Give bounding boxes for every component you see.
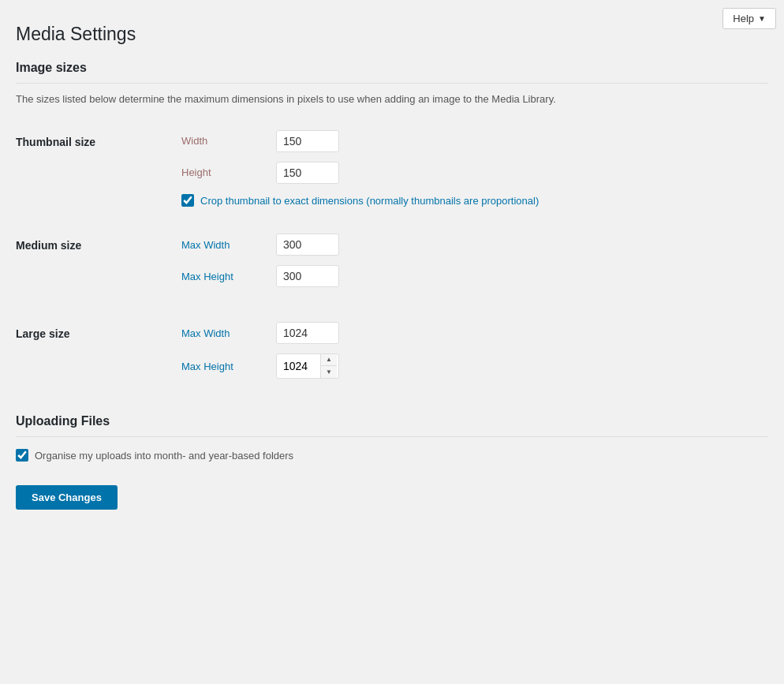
save-changes-button[interactable]: Save Changes [16, 485, 118, 510]
thumbnail-crop-label[interactable]: Crop thumbnail to exact dimensions (norm… [200, 193, 539, 209]
thumbnail-crop-row: Crop thumbnail to exact dimensions (norm… [181, 193, 760, 209]
thumbnail-width-input[interactable] [276, 130, 339, 152]
thumbnail-height-row: Height [181, 162, 760, 184]
image-sizes-description: The sizes listed below determine the max… [16, 92, 768, 108]
medium-fields: Max Width Max Height [174, 227, 768, 303]
large-max-width-label: Max Width [181, 327, 276, 339]
help-button[interactable]: Help ▼ [722, 8, 776, 29]
large-max-height-label: Max Height [181, 361, 276, 372]
spacer-row-2 [16, 303, 768, 316]
medium-height-row: Max Height [181, 265, 760, 287]
thumbnail-width-label: Width [181, 135, 276, 147]
image-sizes-section: Image sizes The sizes listed below deter… [16, 61, 768, 394]
large-height-input[interactable] [277, 356, 320, 376]
medium-max-width-label: Max Width [181, 239, 276, 251]
large-fields: Max Width Max Height ▲ ▼ [174, 316, 768, 394]
large-label: Large size [16, 316, 174, 394]
large-height-row: Max Height ▲ ▼ [181, 353, 760, 379]
thumbnail-row: Thumbnail size Width Height [16, 124, 768, 215]
thumbnail-width-row: Width [181, 130, 760, 152]
page-title: Media Settings [16, 24, 768, 45]
thumbnail-label: Thumbnail size [16, 124, 174, 215]
settings-table: Thumbnail size Width Height [16, 124, 768, 395]
large-height-decrement-button[interactable]: ▼ [321, 366, 337, 378]
page-wrapper: Help ▼ Media Settings Image sizes The si… [0, 0, 784, 684]
large-width-input[interactable] [276, 322, 339, 344]
medium-label: Medium size [16, 227, 174, 303]
large-height-spinner-buttons: ▲ ▼ [320, 354, 337, 378]
help-label: Help [733, 13, 754, 24]
thumbnail-crop-checkbox[interactable] [181, 194, 194, 207]
image-sizes-heading: Image sizes [16, 61, 768, 84]
large-row: Large size Max Width Max Height ▲ [16, 316, 768, 394]
organise-checkbox[interactable] [16, 449, 28, 462]
medium-width-row: Max Width [181, 234, 760, 256]
uploading-heading: Uploading Files [16, 414, 768, 437]
thumbnail-height-input[interactable] [276, 162, 339, 184]
thumbnail-height-label: Height [181, 166, 276, 178]
thumbnail-crop-note: (normally thumbnails are proportional) [366, 195, 539, 207]
organise-label[interactable]: Organise my uploads into month- and year… [35, 450, 293, 462]
thumbnail-fields: Width Height Crop thumbnail to exact dim… [174, 124, 768, 215]
organise-checkbox-row: Organise my uploads into month- and year… [16, 449, 768, 462]
medium-max-height-label: Max Height [181, 271, 276, 282]
large-height-increment-button[interactable]: ▲ [321, 354, 337, 366]
medium-height-input[interactable] [276, 265, 339, 287]
chevron-down-icon: ▼ [758, 14, 766, 23]
spacer-row-1 [16, 215, 768, 227]
large-width-row: Max Width [181, 322, 760, 344]
medium-width-input[interactable] [276, 234, 339, 256]
medium-row: Medium size Max Width Max Height [16, 227, 768, 303]
uploading-section: Uploading Files Organise my uploads into… [16, 414, 768, 462]
large-height-spinner: ▲ ▼ [276, 353, 339, 379]
